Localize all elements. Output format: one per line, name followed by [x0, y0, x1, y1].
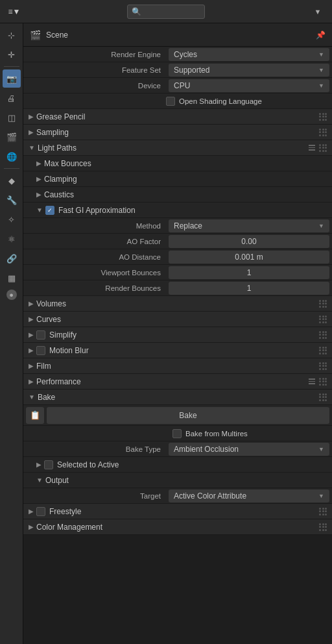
bake-type-row: Bake Type Ambient Occlusion ▼: [23, 441, 332, 457]
feature-set-dropdown[interactable]: Supported ▼: [169, 64, 329, 77]
target-dropdown[interactable]: Active Color Attribute ▼: [169, 489, 329, 502]
color-management-menu[interactable]: [319, 523, 327, 531]
device-label: Device: [23, 82, 166, 90]
freestyle-checkbox[interactable]: [36, 507, 45, 516]
bake-from-multires-checkbox[interactable]: [172, 429, 182, 438]
selected-to-active-row[interactable]: ▶ Selected to Active: [23, 457, 332, 473]
color-management-label: Color Management: [36, 523, 102, 532]
caustics-section[interactable]: ▶ Caustics: [23, 187, 332, 203]
freestyle-menu[interactable]: [319, 508, 327, 515]
fast-gi-label: Fast GI Approximation: [58, 206, 136, 215]
viewport-bounces-value[interactable]: 1: [169, 266, 329, 279]
ao-factor-value[interactable]: 0.00: [169, 235, 329, 248]
freestyle-section[interactable]: ▶ Freestyle: [23, 504, 332, 519]
motion-blur-menu[interactable]: [319, 347, 327, 354]
object-data-icon[interactable]: ▦: [3, 269, 21, 287]
settings-icon[interactable]: ▼: [309, 3, 327, 21]
light-paths-menu[interactable]: [319, 144, 327, 152]
sampling-menu[interactable]: [319, 129, 327, 136]
bake-label: Bake: [38, 393, 55, 402]
sampling-section[interactable]: ▶ Sampling: [23, 125, 332, 140]
render-engine-dropdown[interactable]: Cycles ▼: [169, 48, 329, 61]
film-section[interactable]: ▶ Film: [23, 358, 332, 374]
particles-props-icon[interactable]: ✧: [3, 210, 21, 229]
constraints-icon[interactable]: 🔗: [3, 249, 21, 267]
selected-to-active-checkbox[interactable]: [44, 460, 53, 469]
bake-type-dropdown[interactable]: Ambient Occlusion ▼: [169, 443, 329, 456]
light-paths-list-icon[interactable]: [309, 145, 315, 151]
render-engine-row: Render Engine Cycles ▼: [23, 47, 332, 62]
select-tool-icon[interactable]: ✛: [3, 45, 21, 64]
selected-to-active-arrow: ▶: [36, 461, 42, 468]
modifier-props-icon[interactable]: 🔧: [3, 191, 21, 209]
method-label: Method: [23, 222, 166, 230]
bake-section[interactable]: ▼ Bake: [23, 390, 332, 405]
simplify-checkbox[interactable]: [36, 330, 45, 340]
caustics-label: Caustics: [44, 190, 74, 199]
scene-props-icon[interactable]: 🎬: [3, 128, 21, 146]
bake-menu[interactable]: [319, 393, 327, 401]
material-icon[interactable]: ●: [6, 290, 17, 300]
device-dropdown[interactable]: CPU ▼: [169, 79, 329, 92]
view-layer-props-icon[interactable]: ◫: [3, 108, 21, 127]
world-props-icon[interactable]: 🌐: [3, 147, 21, 166]
grease-pencil-menu[interactable]: [319, 113, 327, 121]
simplify-section[interactable]: ▶ Simplify: [23, 327, 332, 343]
props-header: 🎬 Scene 📌: [23, 23, 332, 47]
top-bar: ≡▼ 🔍 ▼: [0, 0, 332, 23]
curves-section[interactable]: ▶ Curves: [23, 312, 332, 327]
bake-main-button[interactable]: Bake: [47, 407, 329, 424]
bake-icon-button[interactable]: 📋: [26, 407, 44, 424]
max-bounces-section[interactable]: ▶ Max Bounces: [23, 156, 332, 171]
performance-section[interactable]: ▶ Performance: [23, 374, 332, 390]
physics-props-icon[interactable]: ⚛: [3, 230, 21, 248]
feature-set-row: Feature Set Supported ▼: [23, 62, 332, 78]
render-engine-label: Render Engine: [23, 51, 166, 58]
pin-icon[interactable]: 📌: [316, 31, 326, 40]
color-management-section[interactable]: ▶ Color Management: [23, 519, 332, 535]
top-bar-left: ≡▼: [5, 3, 23, 21]
light-paths-section[interactable]: ▼ Light Paths: [23, 140, 332, 156]
feature-set-value: Supported: [174, 66, 209, 75]
motion-blur-section[interactable]: ▶ Motion Blur: [23, 343, 332, 358]
sidebar-sep-2: [4, 168, 19, 169]
render-props-icon[interactable]: 📷: [3, 69, 21, 88]
motion-blur-label: Motion Blur: [49, 346, 89, 355]
page-title: Scene: [46, 31, 68, 40]
layout-container: ⊹ ✛ 📷 🖨 ◫ 🎬 🌐 ◆ 🔧 ✧ ⚛ 🔗 ▦ ● 🎬 Scene 📌 Re…: [0, 23, 332, 644]
cursor-tool-icon[interactable]: ⊹: [3, 26, 21, 44]
device-value: CPU: [174, 81, 190, 90]
curves-menu[interactable]: [319, 316, 327, 323]
volumes-section[interactable]: ▶ Volumes: [23, 296, 332, 312]
output-props-icon[interactable]: 🖨: [3, 89, 21, 107]
volumes-menu[interactable]: [319, 300, 327, 308]
light-paths-label: Light Paths: [38, 143, 77, 153]
max-bounces-label: Max Bounces: [44, 159, 91, 168]
open-shading-label: Open Shading Language: [179, 97, 262, 105]
fast-gi-arrow: ▼: [36, 206, 43, 214]
search-box[interactable]: 🔍: [127, 5, 205, 19]
caustics-arrow: ▶: [36, 191, 42, 198]
render-bounces-row: Render Bounces 1: [23, 280, 332, 296]
target-arrow: ▼: [318, 493, 324, 499]
performance-menu[interactable]: [319, 378, 327, 386]
film-menu[interactable]: [319, 362, 327, 370]
scene-header-icon: 🎬: [30, 30, 41, 40]
simplify-menu[interactable]: [319, 331, 327, 339]
motion-blur-checkbox[interactable]: [36, 346, 45, 355]
fast-gi-row[interactable]: ▼ ✓ Fast GI Approximation: [23, 203, 332, 218]
film-label: Film: [36, 362, 51, 371]
performance-list-icon[interactable]: [309, 378, 315, 384]
render-bounces-value[interactable]: 1: [169, 282, 329, 295]
method-dropdown[interactable]: Replace ▼: [169, 219, 329, 232]
menu-icon[interactable]: ≡▼: [5, 3, 23, 21]
grease-pencil-section[interactable]: ▶ Grease Pencil: [23, 109, 332, 125]
open-shading-checkbox[interactable]: [166, 97, 175, 106]
freestyle-label: Freestyle: [49, 507, 81, 516]
object-props-icon[interactable]: ◆: [3, 171, 21, 190]
clamping-section[interactable]: ▶ Clamping: [23, 171, 332, 187]
fast-gi-checkbox[interactable]: ✓: [45, 206, 54, 215]
ao-distance-value[interactable]: 0.001 m: [169, 251, 329, 264]
simplify-label: Simplify: [49, 330, 77, 340]
output-section[interactable]: ▼ Output: [23, 473, 332, 488]
